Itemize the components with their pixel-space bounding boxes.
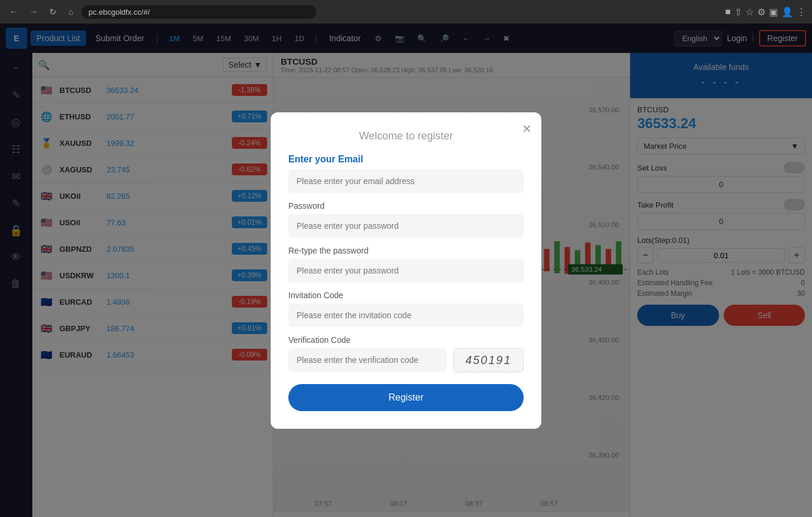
verification-input[interactable] (288, 348, 447, 372)
retype-password-input[interactable] (288, 259, 524, 282)
captcha-row: 450191 (288, 348, 524, 372)
retype-label: Re-type the password (288, 246, 524, 255)
layout-icon[interactable]: ▣ (769, 6, 778, 18)
captcha-image[interactable]: 450191 (453, 348, 524, 372)
home-button[interactable]: ⌂ (65, 5, 76, 19)
forward-button[interactable]: → (26, 5, 41, 19)
invitation-label: Invitation Code (288, 291, 524, 300)
browser-icons: ■ ⇧ ☆ ⚙ ▣ 👤 ⋮ (725, 6, 806, 18)
menu-icon[interactable]: ⋮ (797, 6, 806, 18)
email-section-title: Enter your Email (288, 154, 524, 165)
ext-icon[interactable]: ■ (725, 6, 731, 18)
modal-close-btn[interactable]: ✕ (522, 122, 532, 136)
modal-title: Welcome to register (288, 130, 524, 142)
register-submit-btn[interactable]: Register (288, 384, 524, 411)
address-bar[interactable]: pc.ebcgoldfx.cc/#/ (81, 5, 317, 19)
modal-overlay: ✕ Welcome to register Enter your Email P… (0, 24, 812, 517)
browser-chrome: ← → ↻ ⌂ pc.ebcgoldfx.cc/#/ ■ ⇧ ☆ ⚙ ▣ 👤 ⋮ (0, 0, 812, 24)
back-button[interactable]: ← (6, 5, 21, 19)
star-icon[interactable]: ☆ (746, 6, 754, 18)
share-icon[interactable]: ⇧ (734, 6, 742, 18)
invitation-input[interactable] (288, 303, 524, 327)
verification-label: Verification Code (288, 335, 524, 345)
email-input[interactable] (288, 169, 524, 193)
password-label: Password (288, 201, 524, 211)
puzzle-icon[interactable]: ⚙ (757, 6, 766, 18)
reload-button[interactable]: ↻ (46, 5, 60, 19)
password-input[interactable] (288, 214, 524, 238)
profile-icon[interactable]: 👤 (781, 6, 793, 18)
register-modal: ✕ Welcome to register Enter your Email P… (271, 112, 541, 429)
